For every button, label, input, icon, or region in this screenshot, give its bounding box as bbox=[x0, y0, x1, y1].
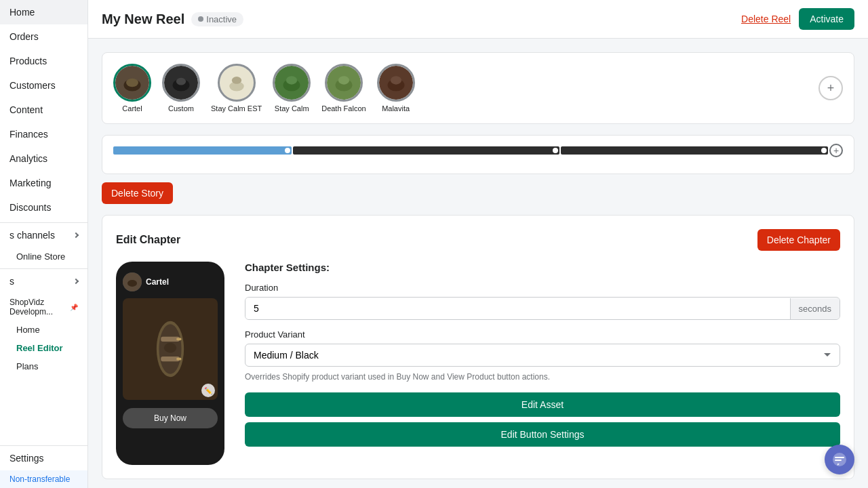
duration-field: seconds bbox=[245, 297, 840, 320]
variant-hint: Overrides Shopify product variant used i… bbox=[245, 372, 840, 382]
timeline-segment-2[interactable] bbox=[293, 146, 560, 155]
activate-button[interactable]: Activate bbox=[799, 8, 854, 30]
duration-unit: seconds bbox=[790, 298, 840, 319]
sidebar-item-online-store[interactable]: Online Store bbox=[0, 247, 87, 266]
svg-point-26 bbox=[164, 343, 176, 353]
story-stay-calm-est[interactable]: Stay Calm EST bbox=[211, 64, 262, 113]
svg-point-5 bbox=[176, 78, 186, 85]
chapter-settings-panel: Chapter Settings: Duration seconds Produ… bbox=[245, 262, 840, 465]
duration-input[interactable] bbox=[245, 298, 790, 319]
product-variant-select[interactable]: Medium / Black Small / Black Large / Bla… bbox=[245, 344, 840, 367]
svg-rect-24 bbox=[176, 338, 181, 341]
timeline-handle-3[interactable] bbox=[821, 148, 827, 153]
sidebar-item-marketing[interactable]: Marketing bbox=[0, 171, 87, 195]
phone-product-image[interactable]: ✏️ bbox=[123, 298, 218, 400]
sidebar-item-products[interactable]: Products bbox=[0, 49, 87, 73]
delete-chapter-button[interactable]: Delete Chapter bbox=[757, 229, 840, 251]
sidebar-item-orders[interactable]: Orders bbox=[0, 24, 87, 49]
delete-story-button[interactable]: Delete Story bbox=[102, 182, 173, 204]
edit-chapter-section: Edit Chapter Delete Chapter Cartel bbox=[102, 215, 854, 479]
sidebar-item-finances[interactable]: Finances bbox=[0, 122, 87, 146]
edit-chapter-header: Edit Chapter Delete Chapter bbox=[116, 229, 840, 251]
non-transferable-badge[interactable]: Non-transferable bbox=[0, 470, 87, 488]
sidebar-item-reel-editor[interactable]: Reel Editor bbox=[0, 339, 87, 357]
phone-buy-now-button[interactable]: Buy Now bbox=[123, 408, 218, 428]
story-circle-death-falcon bbox=[325, 64, 363, 102]
edit-chapter-title: Edit Chapter bbox=[116, 234, 180, 246]
timeline-add-button[interactable]: + bbox=[829, 144, 843, 157]
chapter-settings-title: Chapter Settings: bbox=[245, 262, 840, 273]
sidebar: Home Orders Products Customers Content F… bbox=[0, 0, 88, 488]
phone-edit-icon[interactable]: ✏️ bbox=[201, 384, 215, 397]
svg-point-2 bbox=[126, 79, 138, 87]
header-actions: Delete Reel Activate bbox=[741, 8, 854, 30]
svg-point-14 bbox=[338, 76, 349, 85]
svg-point-11 bbox=[286, 76, 297, 85]
sidebar-item-app-home[interactable]: Home bbox=[0, 321, 87, 339]
stories-row: Cartel Custom bbox=[102, 52, 854, 124]
story-circle-stay-calm-est bbox=[218, 64, 256, 102]
status-badge: Inactive bbox=[191, 12, 243, 26]
cartel-story-img bbox=[115, 64, 149, 102]
inactive-dot-icon bbox=[198, 16, 203, 22]
timeline-segment-1[interactable] bbox=[113, 146, 292, 155]
story-circle-malavita bbox=[377, 64, 415, 102]
sidebar-item-analytics[interactable]: Analytics bbox=[0, 146, 87, 171]
sales-channels-section[interactable]: s channels bbox=[0, 223, 87, 247]
phone-avatar-img bbox=[123, 272, 142, 291]
pin-icon: 📌 bbox=[70, 304, 78, 311]
timeline-row[interactable]: + bbox=[113, 144, 843, 157]
duration-label: Duration bbox=[245, 283, 840, 293]
apps-section[interactable]: s bbox=[0, 269, 87, 293]
delete-reel-button[interactable]: Delete Reel bbox=[741, 14, 791, 24]
add-story-button[interactable]: + bbox=[818, 76, 843, 100]
sidebar-item-settings[interactable]: Settings bbox=[0, 446, 87, 470]
story-circle-cartel bbox=[113, 64, 151, 102]
sidebar-item-customers[interactable]: Customers bbox=[0, 73, 87, 98]
timeline-segment-3[interactable] bbox=[561, 146, 828, 155]
stay-calm-story-img bbox=[275, 64, 309, 102]
svg-point-17 bbox=[391, 76, 401, 85]
stay-calm-est-story-img bbox=[220, 64, 254, 102]
story-stay-calm[interactable]: Stay Calm bbox=[273, 64, 311, 113]
story-circle-stay-calm bbox=[273, 64, 311, 102]
story-custom[interactable]: Custom bbox=[162, 64, 200, 113]
timeline-handle-1[interactable] bbox=[285, 148, 290, 153]
phone-brand-label: Cartel bbox=[146, 277, 169, 287]
page-header: My New Reel Inactive Delete Reel Activat… bbox=[88, 0, 868, 39]
sidebar-item-plans[interactable]: Plans bbox=[0, 357, 87, 375]
timeline-plus-icon: + bbox=[833, 145, 839, 156]
custom-story-img bbox=[164, 64, 198, 102]
svg-rect-25 bbox=[176, 358, 181, 361]
phone-mockup: Cartel bbox=[116, 262, 224, 465]
plus-icon: + bbox=[827, 81, 835, 96]
story-death-falcon[interactable]: Death Falcon bbox=[321, 64, 366, 113]
sidebar-app-name: ShopVidz Developm... 📌 bbox=[0, 293, 87, 321]
page-title-area: My New Reel Inactive bbox=[102, 12, 243, 27]
story-malavita[interactable]: Malavita bbox=[377, 64, 415, 113]
edit-chapter-body: Cartel bbox=[116, 262, 840, 465]
product-variant-label: Product Variant bbox=[245, 329, 840, 340]
story-cartel[interactable]: Cartel bbox=[113, 64, 151, 113]
apps-expand-icon bbox=[73, 279, 79, 284]
sales-channels-expand-icon bbox=[73, 232, 79, 238]
timeline-handle-2[interactable] bbox=[553, 148, 558, 153]
malavita-story-img bbox=[379, 64, 413, 102]
story-label-stay-calm-est: Stay Calm EST bbox=[211, 104, 262, 113]
sidebar-item-home[interactable]: Home bbox=[0, 0, 87, 24]
svg-point-19 bbox=[127, 280, 137, 287]
phone-header: Cartel bbox=[123, 272, 218, 291]
product-image-svg bbox=[140, 312, 201, 386]
story-label-stay-calm: Stay Calm bbox=[275, 104, 309, 113]
death-falcon-story-img bbox=[327, 64, 361, 102]
story-label-cartel: Cartel bbox=[122, 104, 142, 113]
timeline-container: + bbox=[102, 135, 854, 174]
sidebar-item-content[interactable]: Content bbox=[0, 98, 87, 122]
edit-button-settings-button[interactable]: Edit Button Settings bbox=[245, 422, 840, 447]
chat-icon bbox=[832, 452, 847, 467]
svg-point-8 bbox=[231, 77, 241, 84]
sidebar-item-discounts[interactable]: Discounts bbox=[0, 195, 87, 220]
edit-asset-button[interactable]: Edit Asset bbox=[245, 392, 840, 417]
chat-bubble-button[interactable] bbox=[825, 445, 854, 474]
story-label-death-falcon: Death Falcon bbox=[321, 104, 366, 113]
